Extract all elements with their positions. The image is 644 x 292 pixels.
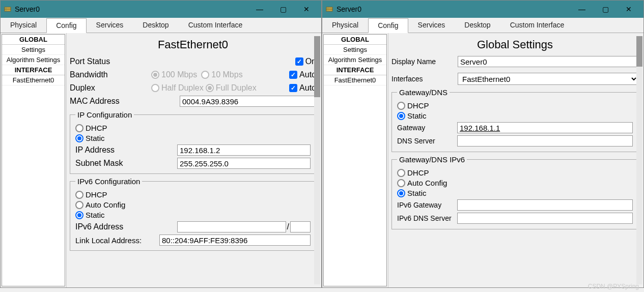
label-bandwidth: Bandwidth (70, 70, 151, 79)
sidebar: GLOBAL Settings Algorithm Settings INTER… (1, 33, 67, 287)
input-display-name[interactable] (458, 56, 638, 67)
label-full: Full Duplex (216, 83, 257, 93)
main-panel: Global Settings Display Name Interfaces … (388, 33, 643, 287)
sidebar-item-algo[interactable]: Algorithm Settings (324, 55, 386, 65)
radio-v6-static[interactable] (75, 211, 83, 219)
group-gateway-dns: Gateway/DNS DHCP Static Gateway DNS Serv… (391, 88, 638, 152)
tab-services[interactable]: Services (408, 18, 455, 33)
scrollbar-thumb[interactable] (314, 36, 320, 97)
sidebar-head-interface[interactable]: INTERFACE (2, 65, 65, 75)
svg-point-7 (327, 10, 328, 11)
tab-desktop[interactable]: Desktop (133, 18, 178, 33)
radio-gw6-auto[interactable] (397, 179, 405, 187)
label-v6-static: Static (86, 211, 105, 219)
sidebar-item-algo[interactable]: Algorithm Settings (2, 55, 65, 65)
radio-ip-static[interactable] (75, 134, 83, 142)
radio-gw-static[interactable] (397, 112, 405, 120)
label-mask: Subnet Mask (75, 159, 177, 168)
checkbox-on[interactable] (295, 57, 303, 66)
minimize-button[interactable]: — (248, 2, 271, 17)
server-icon (4, 5, 12, 13)
content: GLOBAL Settings Algorithm Settings INTER… (1, 33, 321, 287)
tab-services[interactable]: Services (87, 18, 133, 33)
maximize-button[interactable]: ▢ (271, 2, 295, 17)
label-display-name: Display Name (391, 57, 458, 66)
label-slash: / (286, 222, 290, 231)
server-icon (325, 5, 333, 13)
tab-desktop[interactable]: Desktop (455, 18, 500, 33)
titlebar[interactable]: Server0 — ▢ ✕ (322, 1, 643, 18)
input-mac[interactable] (180, 96, 316, 107)
radio-v6-auto[interactable] (75, 201, 83, 209)
label-linklocal: Link Local Address: (75, 236, 159, 245)
tab-bar: Physical Config Services Desktop Custom … (322, 18, 643, 33)
tab-bar: Physical Config Services Desktop Custom … (1, 18, 321, 33)
radio-100mbps[interactable] (151, 71, 159, 79)
input-dns[interactable] (457, 135, 633, 147)
radio-full[interactable] (206, 84, 214, 92)
tab-physical[interactable]: Physical (1, 18, 46, 33)
scrollbar-thumb[interactable] (636, 36, 642, 67)
minimize-button[interactable]: — (570, 2, 594, 17)
legend-gateway-dns-v6: Gateway/DNS IPv6 (397, 155, 467, 164)
label-ipv6gw: IPv6 Gateway (397, 201, 453, 209)
legend-ipv6config: IPv6 Configuration (75, 177, 142, 186)
svg-rect-1 (5, 9, 11, 11)
checkbox-dup-auto[interactable] (289, 84, 297, 92)
scrollbar-track[interactable] (636, 36, 642, 284)
radio-half[interactable] (151, 84, 159, 92)
close-button[interactable]: ✕ (295, 2, 318, 17)
label-interfaces: Interfaces (391, 75, 458, 83)
radio-ip-dhcp[interactable] (75, 124, 83, 132)
label-10mbps: 10 Mbps (211, 70, 242, 79)
maximize-button[interactable]: ▢ (594, 2, 617, 17)
radio-v6-dhcp[interactable] (75, 191, 83, 199)
group-gateway-dns-v6: Gateway/DNS IPv6 DHCP Auto Config Static… (391, 155, 638, 229)
window-title: Server0 (15, 5, 40, 13)
radio-gw6-dhcp[interactable] (397, 169, 405, 177)
sidebar-head-interface[interactable]: INTERFACE (324, 65, 386, 75)
sidebar-head-global[interactable]: GLOBAL (2, 35, 65, 45)
label-duplex: Duplex (70, 83, 151, 93)
label-gw6-dhcp: DHCP (407, 168, 429, 177)
sidebar-item-fe0[interactable]: FastEthernet0 (2, 75, 65, 85)
radio-gw-dhcp[interactable] (397, 102, 405, 110)
input-ipv6dns[interactable] (457, 213, 633, 224)
select-interfaces[interactable]: FastEthernet0 (458, 73, 638, 85)
label-dns: DNS Server (397, 137, 453, 145)
input-gateway[interactable] (457, 122, 633, 133)
panel-title: FastEthernet0 (70, 38, 316, 51)
sidebar-head-global[interactable]: GLOBAL (324, 35, 386, 45)
tab-custom[interactable]: Custom Interface (179, 18, 253, 33)
tab-physical[interactable]: Physical (322, 18, 368, 33)
input-ipv6addr[interactable] (177, 221, 286, 232)
label-ipaddr: IP Address (75, 145, 177, 155)
close-button[interactable]: ✕ (617, 2, 640, 17)
sidebar-item-settings[interactable]: Settings (324, 45, 386, 55)
sidebar-item-settings[interactable]: Settings (2, 45, 65, 55)
tab-config[interactable]: Config (368, 18, 408, 33)
sidebar: GLOBAL Settings Algorithm Settings INTER… (322, 33, 388, 287)
label-v6-auto: Auto Config (86, 200, 125, 209)
titlebar[interactable]: Server0 — ▢ ✕ (1, 1, 321, 18)
tab-config[interactable]: Config (46, 18, 86, 33)
input-prefix[interactable] (290, 221, 311, 232)
svg-point-6 (327, 8, 328, 9)
label-port-status: Port Status (70, 57, 151, 66)
watermark: CSDN @PYSpring (588, 283, 639, 290)
svg-rect-4 (326, 7, 332, 9)
input-mask[interactable] (177, 158, 311, 169)
input-ipaddr[interactable] (177, 144, 311, 156)
svg-rect-0 (5, 7, 11, 9)
tab-custom[interactable]: Custom Interface (500, 18, 574, 33)
radio-10mbps[interactable] (201, 71, 209, 79)
legend-ipconfig: IP Configuration (75, 110, 134, 119)
sidebar-item-fe0[interactable]: FastEthernet0 (324, 75, 386, 85)
window-right: Server0 — ▢ ✕ Physical Config Services D… (322, 0, 644, 288)
input-linklocal[interactable] (159, 235, 311, 246)
checkbox-bw-auto[interactable] (289, 71, 297, 79)
input-ipv6gw[interactable] (457, 199, 633, 211)
label-mac: MAC Address (70, 97, 180, 106)
radio-gw6-static[interactable] (397, 189, 405, 197)
label-gw6-auto: Auto Config (407, 179, 447, 187)
